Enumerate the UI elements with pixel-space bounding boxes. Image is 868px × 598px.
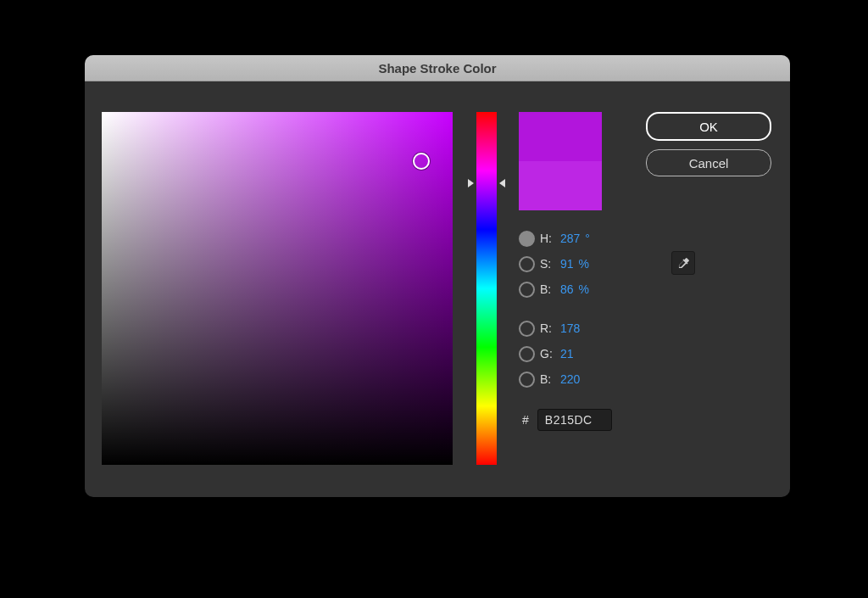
hue-row: H: 287 ° [519,226,620,251]
hue-value[interactable]: 287 [560,232,580,245]
red-row: R: 178 [519,316,620,341]
hue-indicator-right-icon [499,179,505,187]
blue-value[interactable]: 220 [560,372,580,386]
blue-label: B: [540,372,555,386]
hex-row: # [522,409,620,431]
hex-hash-label: # [522,413,529,427]
saturation-label: S: [540,257,555,271]
green-label: G: [540,347,555,360]
green-radio[interactable] [519,346,535,362]
hue-indicator-left-icon [468,179,474,187]
saturation-unit: % [579,257,589,271]
hue-slider[interactable] [476,112,497,465]
hue-radio[interactable] [519,231,535,247]
brightness-unit: % [579,282,589,296]
color-swatch-pair [519,112,602,210]
brightness-row: B: 86 % [519,277,620,302]
eyedropper-icon [676,256,690,270]
dialog-body: H: 287 ° S: 91 % B: 86 % R: 178 [85,81,790,497]
saturation-brightness-field[interactable] [102,112,453,465]
titlebar: Shape Stroke Color [85,55,790,81]
cancel-button[interactable]: Cancel [646,149,771,176]
red-label: R: [540,321,555,335]
brightness-value[interactable]: 86 [560,282,574,296]
dialog-buttons: OK Cancel [646,112,771,176]
current-color-swatch[interactable] [519,161,602,210]
brightness-label: B: [540,282,555,296]
brightness-radio[interactable] [519,282,535,298]
hue-unit: ° [585,232,590,245]
field-cursor [413,153,430,170]
red-value[interactable]: 178 [560,321,580,335]
saturation-value[interactable]: 91 [560,257,574,271]
dialog-title: Shape Stroke Color [378,61,496,75]
color-values: H: 287 ° S: 91 % B: 86 % R: 178 [519,226,620,431]
hex-input[interactable] [537,409,612,431]
green-row: G: 21 [519,341,620,366]
saturation-radio[interactable] [519,256,535,272]
blue-radio[interactable] [519,372,535,388]
eyedropper-button[interactable] [671,251,695,275]
blue-row: B: 220 [519,366,620,392]
saturation-row: S: 91 % [519,251,620,277]
green-value[interactable]: 21 [560,347,574,360]
hue-label: H: [540,232,555,245]
color-picker-dialog: Shape Stroke Color H: 287 ° S: [85,55,790,497]
new-color-swatch[interactable] [519,112,602,161]
ok-button[interactable]: OK [646,112,771,141]
red-radio[interactable] [519,321,535,337]
